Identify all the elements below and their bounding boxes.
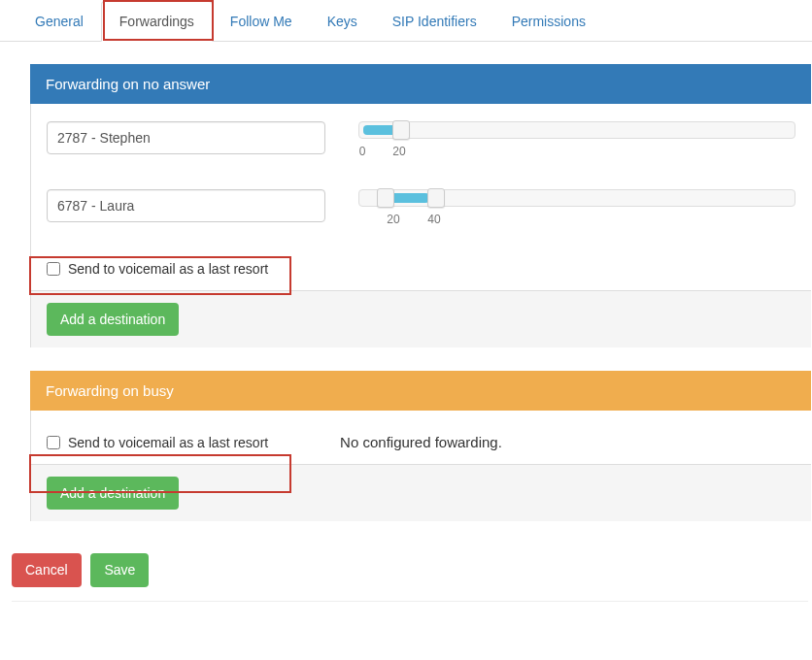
tab-bar: General Forwardings Follow Me Keys SIP I…	[0, 0, 812, 42]
add-destination-button[interactable]: Add a destination	[47, 303, 179, 336]
slider-tick-label: 0	[359, 145, 366, 158]
slider-handle-icon[interactable]	[377, 188, 394, 208]
destination-row: 0 20	[47, 121, 795, 160]
voicemail-last-resort-row[interactable]: Send to voicemail as a last resort	[47, 257, 268, 280]
voicemail-label: Send to voicemail as a last resort	[68, 435, 268, 450]
voicemail-last-resort-row[interactable]: Send to voicemail as a last resort	[47, 431, 268, 454]
destination-input[interactable]	[47, 189, 325, 222]
tab-general[interactable]: General	[17, 2, 101, 41]
slider-ticks: 0 20	[358, 145, 795, 160]
ring-time-slider[interactable]	[358, 189, 795, 207]
tab-follow-me[interactable]: Follow Me	[213, 2, 310, 41]
panel-header-no-answer: Forwarding on no answer	[30, 64, 811, 104]
slider-tick-label: 20	[387, 213, 399, 226]
panel-header-busy: Forwarding on busy	[30, 371, 811, 411]
tab-permissions[interactable]: Permissions	[494, 2, 603, 41]
ring-time-slider[interactable]	[358, 121, 795, 139]
slider-handle-icon[interactable]	[427, 188, 445, 208]
save-button[interactable]: Save	[90, 553, 149, 586]
destination-row: 20 40	[47, 189, 795, 228]
slider-tick-label: 20	[392, 145, 405, 158]
tab-sip-identifiers[interactable]: SIP Identifiers	[375, 2, 494, 41]
add-destination-button[interactable]: Add a destination	[47, 477, 179, 510]
slider-handle-icon[interactable]	[392, 120, 410, 140]
voicemail-label: Send to voicemail as a last resort	[68, 261, 268, 277]
voicemail-checkbox[interactable]	[47, 436, 60, 449]
voicemail-checkbox[interactable]	[47, 262, 60, 276]
panel-forwarding-no-answer: Forwarding on no answer 0 20	[29, 63, 812, 348]
tab-keys[interactable]: Keys	[310, 2, 375, 41]
destination-input[interactable]	[47, 121, 325, 154]
slider-tick-label: 40	[427, 213, 440, 226]
panel-forwarding-busy: Forwarding on busy No configured fowardi…	[29, 370, 812, 522]
cancel-button[interactable]: Cancel	[12, 553, 82, 586]
slider-ticks: 20 40	[358, 213, 795, 228]
form-actions: Cancel Save	[12, 553, 808, 601]
tab-forwardings[interactable]: Forwardings	[101, 1, 213, 42]
